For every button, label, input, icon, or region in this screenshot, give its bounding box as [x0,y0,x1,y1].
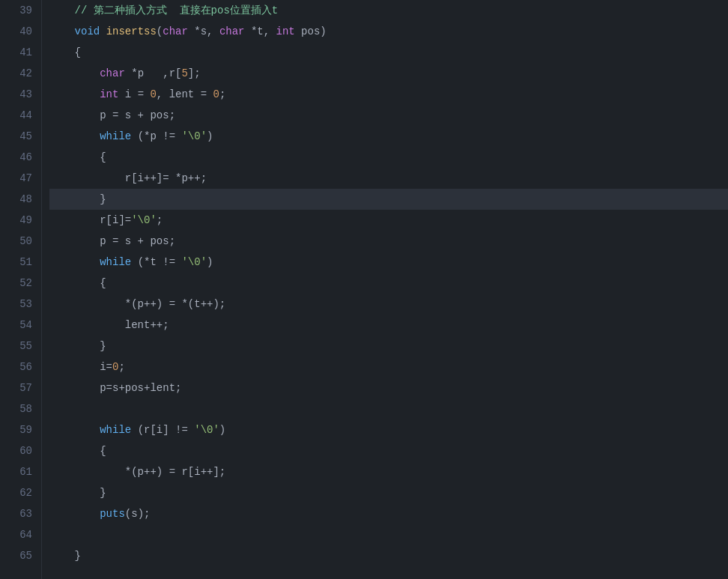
code-line: int i = 0, lent = 0; [49,84,728,105]
token: lent++; [49,319,169,331]
line-number: 62 [0,482,32,503]
token: char [219,25,245,37]
line-number: 64 [0,524,32,545]
token: *p ,r[ [125,67,182,79]
token: int [100,88,118,100]
code-line: *(p++) = *(t++); [49,294,728,315]
token: puts [100,508,125,520]
token: 0 [213,88,219,100]
token: ; [157,214,163,226]
line-number: 54 [0,315,32,336]
line-number: 56 [0,357,32,378]
token [49,508,100,520]
code-line: { [49,42,728,63]
token: 0 [150,88,156,100]
token: '\0' [131,214,157,226]
code-line: void insertss(char *s, char *t, int pos) [49,21,728,42]
code-line: { [49,147,728,168]
line-number: 42 [0,63,32,84]
token: void [75,25,100,37]
line-number: 55 [0,336,32,357]
code-line: i=0; [49,357,728,378]
line-number: 61 [0,461,32,482]
code-line: } [49,482,728,503]
token [49,88,100,100]
token: '\0' [194,424,219,436]
code-editor: 3940414243444546474849505152535455565758… [0,0,728,579]
code-line: char *p ,r[5]; [49,63,728,84]
token: char [100,67,125,79]
code-line: // 第二种插入方式 直接在pos位置插入t [49,0,728,21]
line-number: 44 [0,105,32,126]
token: *t, [244,25,276,37]
token: ) [207,130,213,142]
line-number: 43 [0,84,32,105]
line-number: 60 [0,440,32,461]
token [49,25,75,37]
token [49,256,100,268]
token: while [100,130,131,142]
code-line: } [49,545,728,566]
line-number: 45 [0,126,32,147]
code-line: while (r[i] != '\0') [49,419,728,440]
code-line: p = s + pos; [49,231,728,252]
code-line: } [49,336,728,357]
token [100,25,106,37]
line-number: 40 [0,21,32,42]
code-line: puts(s); [49,503,728,524]
token: (r[i] != [131,424,194,436]
token [49,130,100,142]
line-number: 50 [0,231,32,252]
token: *(p++) = r[i++]; [49,466,225,478]
line-number: 63 [0,503,32,524]
line-numbers: 3940414243444546474849505152535455565758… [0,0,41,579]
token: p = s + pos; [49,235,175,247]
token: while [100,256,131,268]
line-number: 51 [0,252,32,273]
token: i= [49,361,112,373]
code-line: lent++; [49,315,728,336]
code-line: { [49,273,728,294]
code-line [49,524,728,545]
token [49,67,100,79]
code-line: r[i++]= *p++; [49,168,728,189]
line-number: 49 [0,210,32,231]
code-content[interactable]: // 第二种插入方式 直接在pos位置插入t void insertss(cha… [41,0,728,579]
token: i = [118,88,150,100]
token: ) [219,424,225,436]
token: { [49,151,106,163]
token: char [163,25,188,37]
token: *(p++) = *(t++); [49,298,225,310]
code-line: } [49,189,728,210]
code-line: { [49,440,728,461]
code-line: p = s + pos; [49,105,728,126]
code-line: r[i]='\0'; [49,210,728,231]
token: (s); [125,508,151,520]
line-number: 46 [0,147,32,168]
token: p=s+pos+lent; [49,382,181,394]
token: '\0' [181,130,207,142]
line-number: 57 [0,378,32,398]
token: } [49,487,106,499]
line-number: 39 [0,0,32,21]
token: r[i]= [49,214,131,226]
token: while [100,424,131,436]
token: ( [157,25,163,37]
token: { [49,277,106,289]
line-number: 59 [0,419,32,440]
token: ) [207,256,213,268]
token: '\0' [181,256,207,268]
line-number: 47 [0,168,32,189]
token: pos) [295,25,327,37]
code-line: while (*p != '\0') [49,126,728,147]
token: ]; [188,67,201,79]
token: r[i++]= *p++; [49,172,207,184]
token: 5 [181,67,187,79]
token: // 第二种插入方式 直接在pos位置插入t [49,4,278,16]
token: insertss [106,25,157,37]
line-number: 52 [0,273,32,294]
line-number: 48 [0,189,32,210]
code-line [49,398,728,419]
token: } [49,550,81,562]
line-number: 41 [0,42,32,63]
